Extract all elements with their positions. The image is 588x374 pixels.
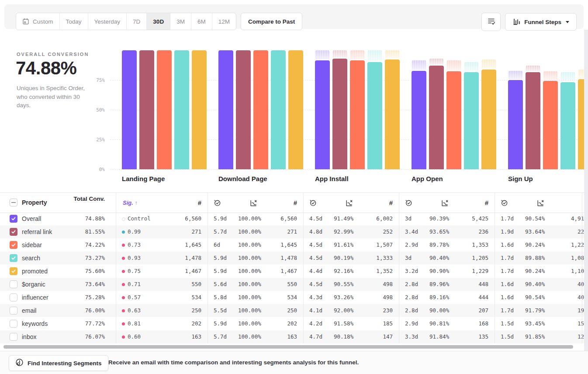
step-conversion-rate: 92.00% <box>334 304 353 317</box>
table-row: email76.00%0.632505.5d100.00%2504.1d92.0… <box>0 304 588 317</box>
conversion-rate-icon[interactable] <box>441 199 449 207</box>
property-column-header[interactable]: Property <box>22 193 47 213</box>
funnel-bar[interactable] <box>481 70 496 169</box>
row-checkbox[interactable] <box>10 267 17 275</box>
funnel-bar[interactable] <box>385 59 400 169</box>
row-checkbox[interactable] <box>10 307 17 315</box>
step-count: 6,002 <box>353 212 393 225</box>
funnel-bar[interactable] <box>526 72 540 169</box>
select-all-checkbox[interactable] <box>10 199 17 206</box>
conversion-rate-icon[interactable] <box>536 199 544 207</box>
funnel-bar[interactable] <box>253 50 268 169</box>
funnel-bar[interactable] <box>508 80 523 169</box>
conversion-rate-icon[interactable] <box>249 199 257 207</box>
total-conversion-value: 74.22% <box>70 238 105 252</box>
count-column-header[interactable]: # <box>449 193 488 213</box>
funnel-step-label: App Install <box>315 175 349 182</box>
funnel-bar[interactable] <box>192 50 207 169</box>
significance-dot <box>122 309 125 312</box>
significance-column-header[interactable]: Sig. ↑ <box>123 193 137 213</box>
funnel-bar[interactable] <box>446 71 461 169</box>
step-conversion-rate: 91.84% <box>429 330 449 343</box>
row-checkbox[interactable] <box>10 320 17 328</box>
row-checkbox[interactable] <box>10 254 17 262</box>
step-conversion-rate: 90.19% <box>334 252 353 265</box>
step-time-to-convert: 4.5d <box>309 278 332 291</box>
step-conversion-rate: 90.24% <box>525 238 545 252</box>
step-count: 271 <box>258 225 297 238</box>
step-count: 135 <box>449 330 488 343</box>
count-column-header[interactable]: # <box>159 193 201 213</box>
right-gutter <box>584 30 588 351</box>
step-time-to-convert: 5.9d <box>214 317 236 330</box>
funnel-bar[interactable] <box>139 50 154 169</box>
step-time-to-convert: 4.3d <box>309 291 332 304</box>
funnel-bar[interactable] <box>412 71 426 169</box>
step-time-to-convert: 4.5d <box>309 252 332 265</box>
row-checkbox[interactable] <box>10 228 17 236</box>
row-checkbox[interactable] <box>10 280 17 288</box>
funnel-bar[interactable] <box>271 50 286 169</box>
count-column-header[interactable]: # <box>258 193 297 213</box>
funnel-bar[interactable] <box>122 50 137 169</box>
funnel-bar[interactable] <box>236 50 251 169</box>
step-count: 498 <box>353 278 393 291</box>
step-time-to-convert: 1.6d <box>501 278 523 291</box>
count-column-header[interactable]: # <box>353 193 393 213</box>
funnel-bar[interactable] <box>288 50 303 169</box>
horizontal-scrollbar-thumb[interactable] <box>3 345 573 349</box>
funnel-bar[interactable] <box>315 60 330 169</box>
significance-value: 0.93 <box>128 252 141 265</box>
row-checkbox[interactable] <box>10 241 17 249</box>
step-column-header-group: # <box>399 193 495 213</box>
funnel-bar[interactable] <box>560 82 575 169</box>
funnel-bar-dropoff-ghost <box>526 66 540 71</box>
funnel-bar-dropoff-ghost <box>332 50 347 58</box>
funnel-bar[interactable] <box>332 59 347 169</box>
step-conversion-rate: 90.81% <box>429 317 449 330</box>
step-conversion-rate: 89.88% <box>525 252 545 265</box>
funnel-bar[interactable] <box>543 81 558 169</box>
step-time-to-convert: 1.9d <box>501 225 523 238</box>
row-checkbox[interactable] <box>10 333 17 341</box>
row-checkbox[interactable] <box>10 294 17 301</box>
table-header: Property Total Conv. Sig. ↑##### <box>0 192 588 213</box>
conversion-rate-icon[interactable] <box>345 199 353 207</box>
step-time-to-convert: 6d <box>214 238 236 252</box>
funnel-bar[interactable] <box>464 72 479 169</box>
total-conversion-value: 73.64% <box>70 278 105 291</box>
step-time-to-convert: 5.7d <box>214 330 236 343</box>
step-count: 1,08 <box>545 252 584 265</box>
row-checkbox[interactable] <box>10 215 17 223</box>
step-count: 22 <box>545 225 584 238</box>
time-to-convert-icon[interactable] <box>214 199 221 206</box>
step-conversion-rate: 90.24% <box>525 265 545 278</box>
funnel-bar[interactable] <box>367 62 382 169</box>
funnel-bar-dropoff-ghost <box>367 50 382 61</box>
step-time-to-convert: 4.5d <box>309 212 332 225</box>
funnel-bar[interactable] <box>218 50 233 169</box>
funnel-bar[interactable] <box>350 60 365 169</box>
total-conversion-value: 74.88% <box>70 212 105 225</box>
column-group-separator <box>582 192 582 343</box>
step-count: 534 <box>149 291 201 304</box>
step-count: 550 <box>258 278 297 291</box>
time-to-convert-icon[interactable] <box>309 199 317 206</box>
step-time-to-convert: 4.5d <box>309 238 332 252</box>
total-conversion-column-header[interactable]: Total Conv. <box>70 196 105 203</box>
step-time-to-convert: 5.9d <box>214 265 236 278</box>
property-name: referral link <box>22 225 52 238</box>
funnel-step-label: Sign Up <box>508 175 533 182</box>
find-interesting-segments-button[interactable]: Find Interesting Segments <box>9 355 108 371</box>
funnel-bar[interactable] <box>157 50 172 169</box>
column-group-separator <box>399 192 399 343</box>
funnel-bar[interactable] <box>174 50 189 169</box>
time-to-convert-icon[interactable] <box>405 199 412 206</box>
step-time-to-convert: 5.6d <box>214 278 236 291</box>
time-to-convert-icon[interactable] <box>501 199 508 206</box>
funnel-bar-dropoff-ghost <box>508 71 523 79</box>
step-conversion-rate: 92.16% <box>334 265 353 278</box>
funnel-bar[interactable] <box>429 66 444 169</box>
step-column-header-group: # <box>303 193 399 213</box>
step-count: 1,205 <box>449 252 488 265</box>
